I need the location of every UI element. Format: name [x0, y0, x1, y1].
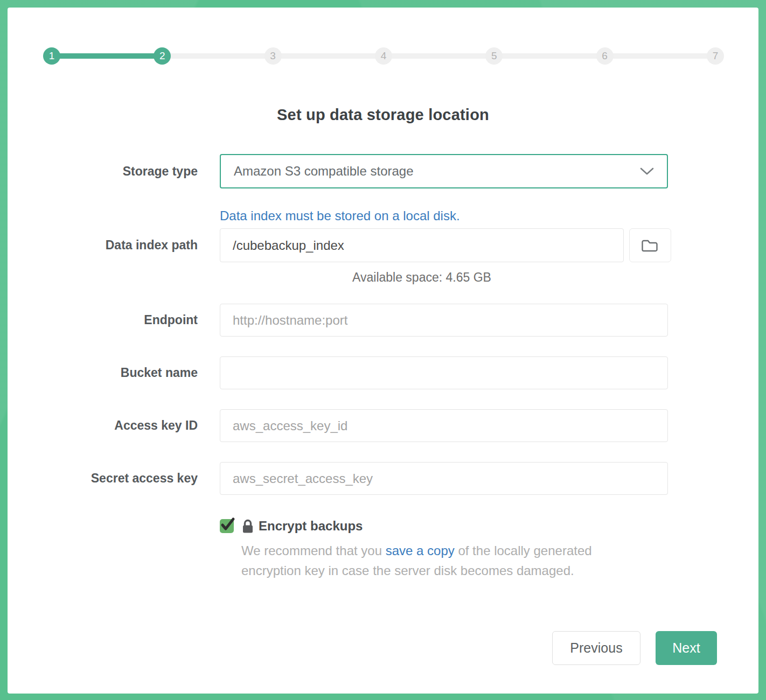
encrypt-backups-label: Encrypt backups — [259, 519, 363, 534]
stepper-step-4: 4 — [375, 47, 392, 65]
data-index-path-label: Data index path — [8, 238, 198, 253]
stepper-step-7: 7 — [707, 47, 724, 65]
access-key-label: Access key ID — [8, 418, 198, 433]
endpoint-label: Endpoint — [8, 313, 198, 327]
browse-folder-button[interactable] — [629, 228, 671, 262]
data-index-note: Data index must be stored on a local dis… — [220, 208, 758, 223]
wizard-stepper: 1 2 3 4 5 6 7 — [43, 47, 724, 65]
stepper-progress-bar — [52, 53, 165, 59]
available-space-text: Available space: 4.65 GB — [220, 270, 624, 285]
storage-type-row: Storage type Amazon S3 compatible storag… — [8, 154, 758, 188]
data-index-path-row: Data index path — [8, 228, 758, 262]
endpoint-input[interactable] — [220, 304, 668, 337]
storage-form: Storage type Amazon S3 compatible storag… — [8, 154, 758, 580]
next-button[interactable]: Next — [656, 631, 717, 665]
access-key-input[interactable] — [220, 409, 668, 442]
secret-key-row: Secret access key — [8, 462, 758, 495]
stepper-step-1: 1 — [43, 47, 60, 65]
data-index-path-input[interactable] — [220, 228, 624, 262]
page-title: Set up data storage location — [8, 106, 758, 124]
storage-type-selected-value: Amazon S3 compatible storage — [234, 164, 640, 179]
bucket-name-input[interactable] — [220, 356, 668, 389]
bucket-name-label: Bucket name — [8, 366, 198, 380]
storage-type-select[interactable]: Amazon S3 compatible storage — [220, 154, 668, 188]
secret-key-label: Secret access key — [8, 471, 198, 486]
chevron-down-icon — [640, 167, 654, 176]
stepper-step-2: 2 — [154, 47, 171, 65]
folder-icon — [642, 239, 659, 253]
setup-wizard-card: 1 2 3 4 5 6 7 Set up data storage locati… — [8, 8, 758, 694]
lock-icon — [242, 519, 254, 534]
stepper-step-6: 6 — [596, 47, 614, 65]
stepper-step-5: 5 — [485, 47, 503, 65]
encrypt-backups-checkbox[interactable] — [220, 519, 234, 533]
save-a-copy-link[interactable]: save a copy — [386, 543, 455, 558]
bucket-name-row: Bucket name — [8, 356, 758, 389]
endpoint-row: Endpoint — [8, 304, 758, 337]
stepper-step-3: 3 — [264, 47, 282, 65]
encrypt-recommendation: We recommend that you save a copy of the… — [241, 541, 651, 580]
access-key-row: Access key ID — [8, 409, 758, 442]
encrypt-backups-row: Encrypt backups — [220, 519, 758, 534]
previous-button[interactable]: Previous — [552, 631, 640, 665]
secret-key-input[interactable] — [220, 462, 668, 495]
storage-type-label: Storage type — [8, 164, 198, 179]
wizard-nav-buttons: Previous Next — [552, 631, 717, 665]
